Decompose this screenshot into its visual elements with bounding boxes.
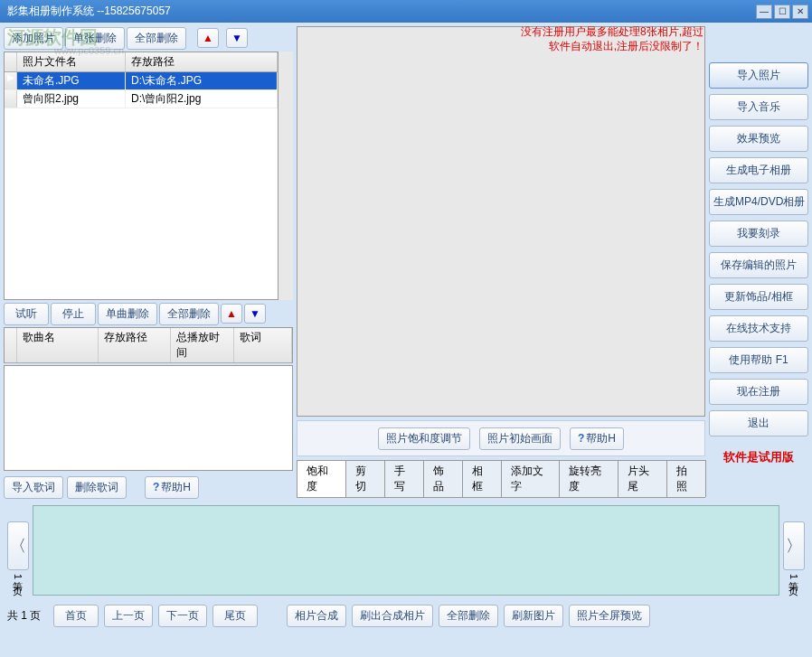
song-toolbar: 试听 停止 单曲删除 全部删除 ▲ ▼ xyxy=(4,302,293,325)
import-music-button[interactable]: 导入音乐 xyxy=(709,94,808,120)
update-ornaments-button[interactable]: 更新饰品/相框 xyxy=(709,284,808,310)
lyrics-help-button[interactable]: ?帮助H xyxy=(145,476,199,499)
registration-notice: 没有注册用户最多能处理8张相片,超过 软件自动退出,注册后没限制了！ xyxy=(521,25,703,53)
tab-text[interactable]: 添加文字 xyxy=(501,460,561,497)
delete-all-songs-button[interactable]: 全部删除 xyxy=(159,303,219,325)
tab-crop[interactable]: 剪切 xyxy=(345,460,385,497)
notice-line2: 软件自动退出,注册后没限制了！ xyxy=(521,40,703,54)
refresh-images-button[interactable]: 刷新图片 xyxy=(504,605,563,627)
pager-right-label: 第1页 xyxy=(788,574,799,579)
fullscreen-preview-button[interactable]: 照片全屏预览 xyxy=(569,605,650,627)
preview-help-button[interactable]: ?帮助H xyxy=(570,427,624,450)
trial-version-label: 软件是试用版 xyxy=(709,449,808,465)
song-move-up-button[interactable]: ▲ xyxy=(221,304,242,324)
tab-handwrite[interactable]: 手写 xyxy=(384,460,424,497)
titlebar: 影集相册制作系统 --15825675057 — ☐ ✕ xyxy=(0,0,812,23)
prev-page-arrow[interactable]: 〈 xyxy=(7,521,29,570)
help-icon: ? xyxy=(578,432,584,445)
import-lyrics-button[interactable]: 导入歌词 xyxy=(4,476,63,499)
saturation-adjust-button[interactable]: 照片饱和度调节 xyxy=(378,427,470,450)
compose-photo-button[interactable]: 相片合成 xyxy=(287,605,346,627)
register-now-button[interactable]: 现在注册 xyxy=(709,379,808,405)
photo-row[interactable]: ▶ 未命名.JPG D:\未命名.JPG xyxy=(5,72,278,90)
photo-cell-name: 曾向阳2.jpg xyxy=(17,90,126,108)
photo-toolbar: 添加照片 单张删除 全部删除 ▲ ▼ xyxy=(4,26,293,50)
page-count-label: 共 1 页 xyxy=(7,608,41,624)
online-support-button[interactable]: 在线技术支持 xyxy=(709,315,808,342)
photo-preview-area xyxy=(297,26,705,417)
delete-one-song-button[interactable]: 单曲删除 xyxy=(98,303,157,325)
generate-album-button[interactable]: 生成电子相册 xyxy=(709,157,808,183)
delete-lyrics-button[interactable]: 删除歌词 xyxy=(67,476,127,499)
song-grid-container: 歌曲名 存放路径 总播放时间 歌词 ▶ xyxy=(4,327,293,363)
first-page-button[interactable]: 首页 xyxy=(53,605,99,627)
close-button[interactable]: ✕ xyxy=(792,5,808,19)
photo-move-up-button[interactable]: ▲ xyxy=(197,28,219,48)
pager-right: 〉 第1页 xyxy=(783,505,805,596)
help-f1-button[interactable]: 使用帮助 F1 xyxy=(709,347,808,373)
lyrics-toolbar: 导入歌词 删除歌词 ?帮助H xyxy=(4,473,293,498)
delete-all-photos-button[interactable]: 全部删除 xyxy=(127,27,186,50)
lyrics-textarea[interactable] xyxy=(4,365,293,471)
photo-move-down-button[interactable]: ▼ xyxy=(226,28,248,48)
generate-mp4-dvd-button[interactable]: 生成MP4/DVD相册 xyxy=(709,189,808,215)
photo-cell-name: 未命名.JPG xyxy=(17,72,126,89)
right-sidebar: 导入照片 导入音乐 效果预览 生成电子相册 生成MP4/DVD相册 我要刻录 保… xyxy=(709,26,808,498)
exit-button[interactable]: 退出 xyxy=(709,410,808,436)
row-indicator-icon: ▶ xyxy=(5,72,17,89)
delete-all-button[interactable]: 全部删除 xyxy=(439,605,498,627)
notice-line1: 没有注册用户最多能处理8张相片,超过 xyxy=(521,25,703,40)
window-controls: — ☐ ✕ xyxy=(756,5,812,19)
render-composite-button[interactable]: 刷出合成相片 xyxy=(352,605,433,627)
col-song-lyrics[interactable]: 歌词 xyxy=(234,328,292,362)
next-page-arrow[interactable]: 〉 xyxy=(783,521,805,570)
photo-grid-body: ▶ 未命名.JPG D:\未命名.JPG 曾向阳2.jpg D:\曾向阳2.jp… xyxy=(5,72,278,299)
song-grid[interactable]: 歌曲名 存放路径 总播放时间 歌词 ▶ xyxy=(4,327,293,363)
tab-capture[interactable]: 拍照 xyxy=(666,460,706,497)
col-photo-filename[interactable]: 照片文件名 xyxy=(17,52,126,71)
thumbnail-section: 〈 第1页 〉 第1页 xyxy=(0,502,812,599)
photo-row[interactable]: 曾向阳2.jpg D:\曾向阳2.jpg xyxy=(5,90,278,108)
col-photo-path[interactable]: 存放路径 xyxy=(126,52,278,71)
center-column: 照片饱和度调节 照片初始画面 ?帮助H 饱和度 剪切 手写 饰品 相框 添加文字… xyxy=(297,26,705,498)
photo-grid-container: 照片文件名 存放路径 ▶ 未命名.JPG D:\未命名.JPG 曾向阳2.jpg… xyxy=(4,52,293,300)
pager-left: 〈 第1页 xyxy=(7,505,29,596)
song-move-down-button[interactable]: ▼ xyxy=(244,304,266,324)
tab-rotate-brightness[interactable]: 旋转亮度 xyxy=(559,460,618,497)
row-indicator-icon xyxy=(5,90,17,108)
photo-grid-header: 照片文件名 存放路径 xyxy=(5,52,278,72)
col-song-path[interactable]: 存放路径 xyxy=(99,328,171,362)
tab-saturation[interactable]: 饱和度 xyxy=(297,460,346,497)
preview-toolbar: 照片饱和度调节 照片初始画面 ?帮助H xyxy=(297,420,705,456)
photo-cell-path: D:\未命名.JPG xyxy=(126,72,278,89)
pager-left-label: 第1页 xyxy=(13,574,24,579)
last-page-button[interactable]: 尾页 xyxy=(212,605,258,627)
maximize-button[interactable]: ☐ xyxy=(774,5,790,19)
effect-preview-button[interactable]: 效果预览 xyxy=(709,126,808,152)
photo-grid-scrollbar[interactable] xyxy=(279,52,293,300)
tab-frame[interactable]: 相框 xyxy=(462,460,502,497)
tab-titles[interactable]: 片头尾 xyxy=(618,460,667,497)
footer-toolbar: 共 1 页 首页 上一页 下一页 尾页 相片合成 刷出合成相片 全部删除 刷新图… xyxy=(0,599,812,633)
left-column: 添加照片 单张删除 全部删除 ▲ ▼ 照片文件名 存放路径 ▶ 未命名.JPG xyxy=(4,26,293,498)
song-grid-header: 歌曲名 存放路径 总播放时间 歌词 xyxy=(5,328,292,363)
next-page-button[interactable]: 下一页 xyxy=(158,605,207,627)
photo-grid[interactable]: 照片文件名 存放路径 ▶ 未命名.JPG D:\未命名.JPG 曾向阳2.jpg… xyxy=(4,52,279,300)
import-photo-button[interactable]: 导入照片 xyxy=(709,62,808,89)
burn-disc-button[interactable]: 我要刻录 xyxy=(709,221,808,247)
song-preview-button[interactable]: 试听 xyxy=(4,303,49,325)
minimize-button[interactable]: — xyxy=(756,5,772,19)
col-song-duration[interactable]: 总播放时间 xyxy=(171,328,234,362)
delete-one-photo-button[interactable]: 单张删除 xyxy=(65,27,125,50)
tab-ornament[interactable]: 饰品 xyxy=(423,460,463,497)
song-stop-button[interactable]: 停止 xyxy=(51,303,96,325)
edit-tabs: 饱和度 剪切 手写 饰品 相框 添加文字 旋转亮度 片头尾 拍照 xyxy=(297,460,705,498)
thumbnail-strip[interactable] xyxy=(33,505,779,596)
help-icon: ? xyxy=(153,481,159,493)
save-edited-photo-button[interactable]: 保存编辑的照片 xyxy=(709,252,808,278)
add-photo-button[interactable]: 添加照片 xyxy=(4,27,63,50)
prev-page-button[interactable]: 上一页 xyxy=(104,605,153,627)
window-title: 影集相册制作系统 --15825675057 xyxy=(7,4,756,19)
reset-photo-button[interactable]: 照片初始画面 xyxy=(479,427,561,450)
col-song-name[interactable]: 歌曲名 xyxy=(17,328,99,362)
